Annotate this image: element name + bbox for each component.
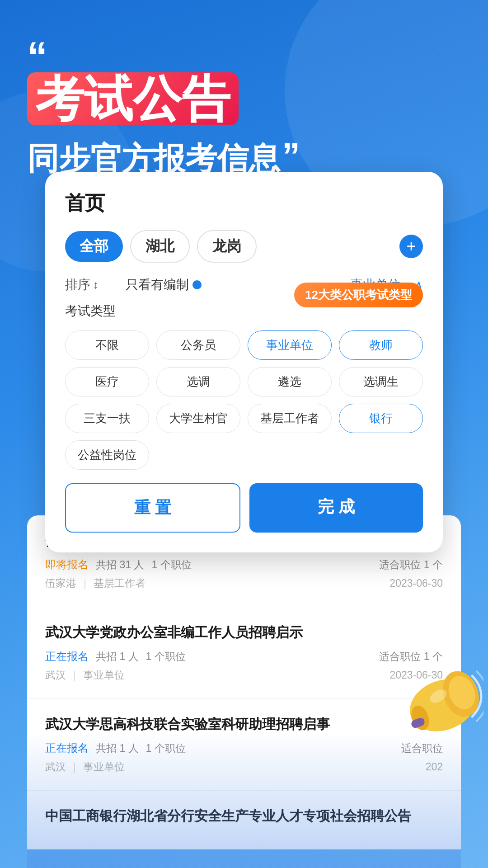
exam-type-badge: 12大类公职考试类型 xyxy=(294,283,423,307)
listing-2-title: 武汉大学党政办公室非编工作人员招聘启示 xyxy=(45,623,443,642)
megaphone-mascot xyxy=(384,651,474,741)
filter-tabs-row: 全部 湖北 龙岗 + xyxy=(65,230,423,263)
listing-3-category: 事业单位 xyxy=(83,760,125,774)
tag-shiye[interactable]: 事业单位 xyxy=(248,330,332,360)
exam-type-label: 考试类型 xyxy=(65,302,116,320)
listing-3-title: 武汉大学思高科技联合实验室科研助理招聘启事 xyxy=(45,715,443,734)
title-main-text: 考试公告 xyxy=(35,71,230,126)
listing-1-status: 即将报名 xyxy=(45,557,89,572)
listing-3-meta-row1: 正在报名 共招 1 人 1 个职位 适合职位 xyxy=(45,741,443,755)
filter-tab-all[interactable]: 全部 xyxy=(65,231,123,262)
listing-1-location: 伍家港 xyxy=(45,576,76,590)
tag-medical[interactable]: 医疗 xyxy=(65,367,149,396)
listing-2-meta-row1: 正在报名 共招 1 人 1 个职位 适合职位 1 个 xyxy=(45,649,443,664)
bianzhi-dot-icon xyxy=(192,280,202,289)
exam-type-tags-grid: 不限 公务员 事业单位 教师 医疗 选调 遴选 选调生 三支一扶 大学生村官 基… xyxy=(65,330,423,470)
listing-1-positions: 1 个职位 xyxy=(151,558,191,572)
listing-3-deadline: 202 xyxy=(426,761,443,773)
title-highlight: 考试公告 xyxy=(27,72,239,125)
listing-3-location: 武汉 xyxy=(45,760,66,774)
listing-1-category: 基层工作者 xyxy=(94,576,145,590)
quote-open: “ xyxy=(27,36,461,77)
main-card: 首页 全部 湖北 龙岗 + 排序 ↕ 只看有编制 事业单位... ∧ 考试类型 … xyxy=(45,172,443,552)
sort-label[interactable]: 排序 ↕ xyxy=(65,276,99,293)
tag-university-village[interactable]: 大学生村官 xyxy=(156,404,240,433)
listing-1-meta-row2: 伍家港 ｜ 基层工作者 2023-06-30 xyxy=(45,576,443,590)
title-main-wrapper: 考试公告 xyxy=(27,72,461,125)
exam-type-header-row: 考试类型 12大类公职考试类型 xyxy=(65,302,423,327)
reset-button[interactable]: 重 置 xyxy=(65,483,240,533)
add-filter-button[interactable]: + xyxy=(399,235,423,258)
listing-3-meta-row2: 武汉 ｜ 事业单位 202 xyxy=(45,760,443,774)
listing-1-meta-row1: 即将报名 共招 31 人 1 个职位 适合职位 1 个 xyxy=(45,557,443,572)
listing-item-4[interactable]: 中国工商银行湖北省分行安全生产专业人才专项社会招聘公告 xyxy=(27,791,461,849)
tag-public-welfare[interactable]: 公益性岗位 xyxy=(65,440,149,470)
card-title: 首页 xyxy=(65,190,423,217)
tag-unlimited[interactable]: 不限 xyxy=(65,330,149,360)
listing-2-category: 事业单位 xyxy=(83,668,125,682)
listing-3-total: 共招 1 人 xyxy=(96,741,139,755)
tag-linxuan[interactable]: 遴选 xyxy=(248,367,332,396)
listing-2-location: 武汉 xyxy=(45,668,66,682)
listing-2-status: 正在报名 xyxy=(45,649,89,664)
listing-3-status: 正在报名 xyxy=(45,741,89,755)
confirm-button[interactable]: 完 成 xyxy=(249,483,423,533)
header-section: “ 考试公告 同步官方报考信息 ” xyxy=(0,0,488,198)
tag-grassroots[interactable]: 基层工作者 xyxy=(248,404,332,433)
only-bianzhi-filter[interactable]: 只看有编制 xyxy=(126,276,202,293)
listing-4-title: 中国工商银行湖北省分行安全生产专业人才专项社会招聘公告 xyxy=(45,807,443,826)
tag-sanzhiyifu[interactable]: 三支一扶 xyxy=(65,404,149,433)
listing-1-total: 共招 31 人 xyxy=(96,558,144,572)
listing-2-total: 共招 1 人 xyxy=(96,650,139,664)
filter-tab-longgang[interactable]: 龙岗 xyxy=(197,230,257,263)
listing-1-deadline: 2023-06-30 xyxy=(389,577,443,590)
tag-teacher[interactable]: 教师 xyxy=(339,330,423,360)
sort-icon: ↕ xyxy=(93,278,99,291)
listing-2-positions: 1 个职位 xyxy=(146,650,186,664)
tag-bank[interactable]: 银行 xyxy=(339,404,423,433)
action-buttons-row: 重 置 完 成 xyxy=(65,483,423,533)
listing-1-suitable: 适合职位 1 个 xyxy=(379,558,443,572)
listing-3-positions: 1 个职位 xyxy=(146,741,186,755)
filter-tab-hubei[interactable]: 湖北 xyxy=(130,230,190,263)
tag-xuandiaosheng[interactable]: 选调生 xyxy=(339,367,423,396)
tag-xuandiao[interactable]: 选调 xyxy=(156,367,240,396)
listing-2-meta-row2: 武汉 ｜ 事业单位 2023-06-30 xyxy=(45,668,443,682)
tag-civil-servant[interactable]: 公务员 xyxy=(156,330,240,360)
